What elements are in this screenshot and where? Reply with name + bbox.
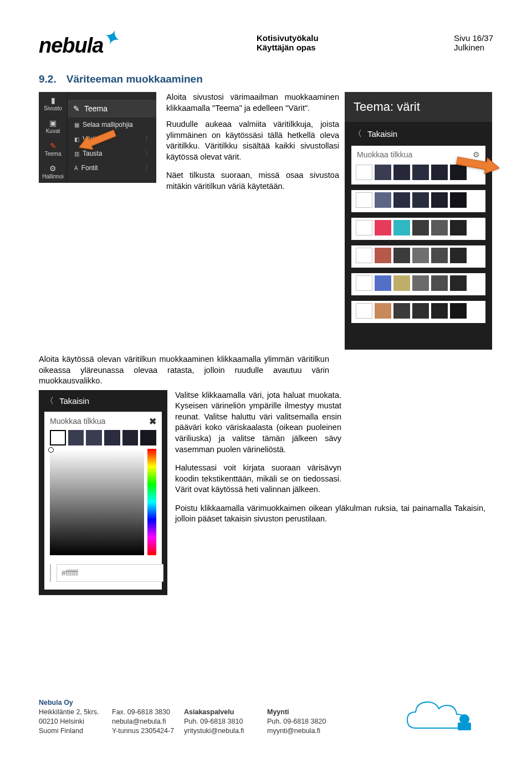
color-swatch[interactable]: [393, 220, 410, 235]
doc-subtitle: Käyttäjän opas: [257, 43, 319, 52]
color-swatch[interactable]: [412, 192, 429, 208]
paragraph: Valitse klikkaamalla väri, jota haluat m…: [175, 390, 341, 455]
brand-logo: nebula ✦: [39, 33, 121, 58]
color-swatch[interactable]: [86, 430, 102, 445]
templates-icon: ▦: [74, 122, 79, 128]
footer-col-address: Heikkiläntie 2, 5krs. 00210 Helsinki Suo…: [39, 708, 112, 736]
brand-name: nebula: [39, 34, 103, 58]
color-swatch[interactable]: [431, 248, 448, 263]
color-swatch[interactable]: [68, 430, 84, 445]
image-icon: ▣: [49, 119, 57, 127]
paragraph: Halutessasi voit kirjata suoraan värisäv…: [175, 463, 341, 495]
chevron-right-icon: 〉: [145, 164, 151, 172]
color-swatch[interactable]: [50, 430, 66, 445]
color-swatch[interactable]: [375, 165, 391, 180]
color-swatch[interactable]: [431, 303, 448, 319]
section-number: 9.2.: [39, 73, 57, 85]
color-swatch[interactable]: [431, 220, 448, 235]
paragraph: Aloita sivustosi värimaailman muokkaamin…: [166, 92, 339, 114]
color-swatch[interactable]: [450, 220, 467, 235]
color-swatch[interactable]: [393, 303, 410, 319]
file-icon: ▮: [51, 96, 55, 104]
back-button[interactable]: 〈 Takaisin: [345, 122, 492, 146]
hex-input[interactable]: [57, 564, 163, 582]
card-title: Muokkaa tilkkua: [357, 150, 412, 159]
paragraph: Aloita käytössä olevan väritilkun muokka…: [39, 354, 329, 387]
color-picker-screenshot: 〈 Takaisin Muokkaa tilkkua ✖: [39, 390, 167, 595]
page-footer: Nebula Oy Heikkiläntie 2, 5krs. 00210 He…: [39, 699, 493, 736]
color-swatch[interactable]: [375, 275, 391, 291]
back-button[interactable]: 〈 Takaisin: [39, 390, 167, 412]
font-icon: A: [74, 165, 78, 171]
palette-card[interactable]: [351, 301, 485, 323]
color-swatch[interactable]: [450, 192, 467, 208]
svg-rect-3: [458, 723, 471, 730]
color-swatch[interactable]: [450, 275, 467, 291]
palette-card[interactable]: [351, 218, 485, 240]
nav-item-teema[interactable]: ✎ Teema: [39, 137, 67, 160]
color-swatch[interactable]: [356, 275, 372, 291]
color-swatch[interactable]: [356, 303, 372, 319]
brush-icon: ✎: [73, 104, 80, 113]
page-header: nebula ✦ Kotisivutyökalu Käyttäjän opas …: [39, 33, 493, 58]
color-swatch[interactable]: [412, 303, 429, 319]
page-number: Sivu 16/37: [454, 33, 493, 43]
color-swatch[interactable]: [450, 248, 467, 263]
chevron-right-icon: 〉: [145, 135, 151, 143]
section-heading: 9.2. Väriteeman muokkaaminen: [39, 73, 493, 85]
color-swatch[interactable]: [375, 220, 391, 235]
color-swatch[interactable]: [140, 430, 156, 445]
body-text-column: Valitse klikkaamalla väri, jota haluat m…: [175, 390, 341, 525]
color-swatch[interactable]: [356, 165, 372, 180]
hue-slider[interactable]: [147, 449, 156, 555]
color-swatch[interactable]: [356, 248, 372, 263]
color-swatch[interactable]: [431, 165, 448, 180]
color-swatch[interactable]: [431, 192, 448, 208]
background-icon: ▥: [74, 151, 79, 157]
color-swatch[interactable]: [104, 430, 120, 445]
nav-item-sivusto[interactable]: ▮ Sivusto: [39, 92, 67, 115]
brush-icon: ✎: [50, 142, 57, 150]
paragraph: Poistu klikkaamalla värimuokkaimen oikea…: [175, 503, 485, 525]
chevron-right-icon: 〉: [145, 150, 151, 157]
paragraph: Ruudulle aukeaa valmiita väritilkkuja, j…: [166, 119, 339, 162]
color-swatch[interactable]: [393, 165, 410, 180]
color-swatch[interactable]: [393, 192, 410, 208]
color-swatch[interactable]: [412, 248, 429, 263]
visibility-label: Julkinen: [454, 43, 493, 52]
palette-card[interactable]: [351, 245, 485, 268]
color-swatch[interactable]: [375, 303, 391, 319]
star-icon: ✦: [100, 23, 125, 52]
color-swatch[interactable]: [375, 248, 391, 263]
footer-col-asiakaspalvelu: Asiakaspalvelu Puh. 09-6818 3810 yrityst…: [184, 708, 267, 736]
body-text-column: Aloita sivustosi värimaailman muokkaamin…: [166, 92, 339, 192]
sidebar-panel-header: ✎ Teema: [68, 100, 156, 117]
chevron-left-icon: 〈: [354, 129, 362, 139]
header-title-block: Kotisivutyökalu Käyttäjän opas: [257, 33, 319, 52]
gear-icon: ⚙: [49, 165, 57, 172]
footer-col-myynti: Myynti Puh. 09-6818 3820 myynti@nebula.f…: [267, 708, 350, 736]
nav-item-hallinnoi[interactable]: ⚙ Hallinnoi: [39, 160, 67, 183]
sidebar-item-fontit[interactable]: AFontit 〉: [68, 161, 156, 175]
color-swatch[interactable]: [393, 275, 410, 291]
color-swatch[interactable]: [356, 192, 372, 208]
palette-card[interactable]: [351, 273, 485, 295]
paragraph: Näet tilkusta suoraan, missä osaa sivust…: [166, 170, 339, 192]
color-swatch[interactable]: [450, 303, 467, 319]
color-swatch[interactable]: [412, 275, 429, 291]
palette-card[interactable]: [351, 190, 485, 212]
close-icon[interactable]: ✖: [149, 416, 156, 427]
color-swatch[interactable]: [356, 220, 372, 235]
color-gradient-square[interactable]: [50, 449, 144, 555]
color-swatch[interactable]: [431, 275, 448, 291]
cloud-illustration-icon: [405, 689, 493, 739]
nav-item-kuvat[interactable]: ▣ Kuvat: [39, 115, 67, 137]
teema-varit-panel: Teema: värit 〈 Takaisin Muokkaa tilkkua⚙: [345, 92, 492, 350]
color-swatch[interactable]: [393, 248, 410, 263]
current-color-swatch: [50, 564, 51, 582]
color-swatch[interactable]: [412, 165, 429, 180]
color-swatch[interactable]: [375, 192, 391, 208]
color-swatch[interactable]: [122, 430, 139, 445]
teema-panel-title: Teema: värit: [345, 92, 492, 122]
color-swatch[interactable]: [412, 220, 429, 235]
